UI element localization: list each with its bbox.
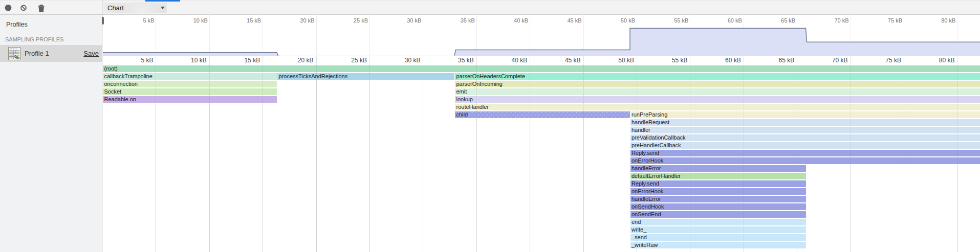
svg-text:%: % [15, 54, 20, 60]
